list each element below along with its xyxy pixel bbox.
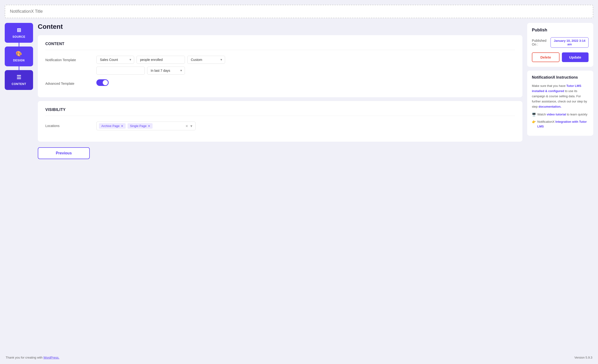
publish-card: Publish Published On : January 10, 2022 …: [527, 23, 593, 67]
tags-actions: ✕ ▼: [185, 124, 193, 128]
advanced-template-controls: [96, 79, 515, 86]
tags-dropdown-icon[interactable]: ▼: [190, 124, 193, 128]
documentation-link[interactable]: documentation.: [539, 105, 561, 108]
sidebar-item-source-label: SOURCE: [13, 35, 25, 39]
footer-text: Thank you for creating with WordPress.: [6, 356, 59, 359]
advanced-template-label: Advanced Template: [45, 79, 92, 85]
integration-text: NotificationX Integration with Tutor LMS: [537, 120, 589, 129]
locations-tags-input[interactable]: Archive Page ✕ Single Page ✕ ✕ ▼: [96, 121, 196, 130]
locations-row: Locations Archive Page ✕ Single Page ✕: [45, 121, 515, 130]
sidebar-item-content-label: CONTENT: [12, 82, 26, 86]
update-button[interactable]: Update: [562, 52, 589, 62]
days-wrapper: In last 7 days In last 14 days In last 3…: [147, 67, 185, 75]
publish-actions: Delete Update: [532, 52, 589, 62]
published-on-row: Published On : January 10, 2022 3:14 am: [532, 37, 589, 48]
wordpress-link[interactable]: WordPress.: [43, 356, 59, 359]
locations-controls: Archive Page ✕ Single Page ✕ ✕ ▼: [96, 121, 515, 130]
bottom-section: Previous: [38, 147, 523, 159]
single-page-tag: Single Page ✕: [127, 123, 153, 129]
sidebar-item-source[interactable]: ⊞ SOURCE: [5, 23, 33, 43]
integration-emoji: 👉: [532, 120, 536, 124]
integration-link[interactable]: Integration with Tutor LMS: [537, 120, 587, 128]
sidebar-connector-1: [19, 43, 19, 47]
publish-title: Publish: [532, 28, 589, 32]
notification-template-dropdown3[interactable]: In last 7 days In last 14 days In last 3…: [147, 67, 185, 75]
integration-item: 👉 NotificationX Integration with Tutor L…: [532, 120, 589, 129]
published-on-label: Published On :: [532, 39, 550, 46]
footer: Thank you for creating with WordPress. V…: [5, 356, 593, 359]
instructions-main-text: Make sure that you have Tutor LMS instal…: [532, 83, 589, 109]
tags-clear-icon[interactable]: ✕: [185, 124, 188, 128]
instructions-title: NotificationX Instructions: [532, 75, 589, 80]
notification-title-input[interactable]: [10, 9, 588, 14]
notification-template-row: Notification Template Sales Count People…: [45, 56, 515, 75]
archive-page-tag-close[interactable]: ✕: [121, 124, 123, 128]
instructions-card: NotificationX Instructions Make sure tha…: [527, 71, 593, 136]
single-page-tag-label: Single Page: [130, 124, 146, 128]
video-tutorial-link[interactable]: video tutorial: [547, 113, 566, 116]
sidebar: ⊞ SOURCE 🎨 DESIGN ☰ CONTENT: [5, 23, 33, 352]
source-icon: ⊞: [17, 27, 21, 33]
notification-template-label: Notification Template: [45, 56, 92, 62]
people-enrolled-input[interactable]: [136, 56, 185, 64]
custom-text-input[interactable]: [96, 67, 145, 75]
sidebar-item-design[interactable]: 🎨 DESIGN: [5, 47, 33, 66]
locations-label: Locations: [45, 121, 92, 128]
content-section-title: CONTENT: [45, 42, 515, 50]
tutor-lms-link[interactable]: Tutor LMS installed & configured: [532, 84, 581, 93]
content-icon: ☰: [17, 74, 22, 81]
content-section-card: CONTENT Notification Template Sales Coun…: [38, 35, 523, 97]
toggle-thumb: [103, 80, 108, 85]
video-tutorial-item: 🖥️ Watch video tutorial to learn quickly: [532, 112, 589, 117]
notification-template-controls: Sales Count People Enrolled Custom ▼ Cus…: [96, 56, 515, 75]
visibility-section-title: VISIBILITY: [45, 108, 515, 116]
archive-page-tag-label: Archive Page: [101, 124, 119, 128]
sidebar-item-content[interactable]: ☰ CONTENT: [5, 70, 33, 90]
right-panel: Publish Published On : January 10, 2022 …: [527, 23, 593, 352]
title-bar: [5, 5, 593, 18]
video-tutorial-emoji: 🖥️: [532, 112, 536, 117]
visibility-section-card: VISIBILITY Locations Archive Page ✕ Sing…: [38, 101, 523, 142]
sales-count-wrapper: Sales Count People Enrolled Custom ▼: [96, 56, 134, 64]
content-area: Content CONTENT Notification Template Sa…: [38, 23, 523, 352]
archive-page-tag: Archive Page ✕: [99, 123, 126, 129]
notification-template-dropdown1[interactable]: Sales Count People Enrolled Custom: [96, 56, 134, 64]
single-page-tag-close[interactable]: ✕: [148, 124, 150, 128]
video-tutorial-text: Watch video tutorial to learn quickly: [537, 112, 587, 117]
custom-wrapper: Custom Default ▼: [187, 56, 225, 64]
version-text: Version 5.9.3: [574, 356, 592, 359]
notification-template-dropdown2[interactable]: Custom Default: [187, 56, 225, 64]
design-icon: 🎨: [16, 51, 22, 57]
sidebar-item-design-label: DESIGN: [13, 59, 25, 62]
advanced-template-row: Advanced Template: [45, 79, 515, 86]
page-title: Content: [38, 23, 523, 31]
delete-button[interactable]: Delete: [532, 52, 559, 62]
sidebar-connector-2: [19, 66, 19, 70]
published-on-date: January 10, 2022 3:14 am: [550, 37, 589, 48]
advanced-template-toggle[interactable]: [96, 79, 109, 86]
previous-button[interactable]: Previous: [38, 147, 90, 159]
